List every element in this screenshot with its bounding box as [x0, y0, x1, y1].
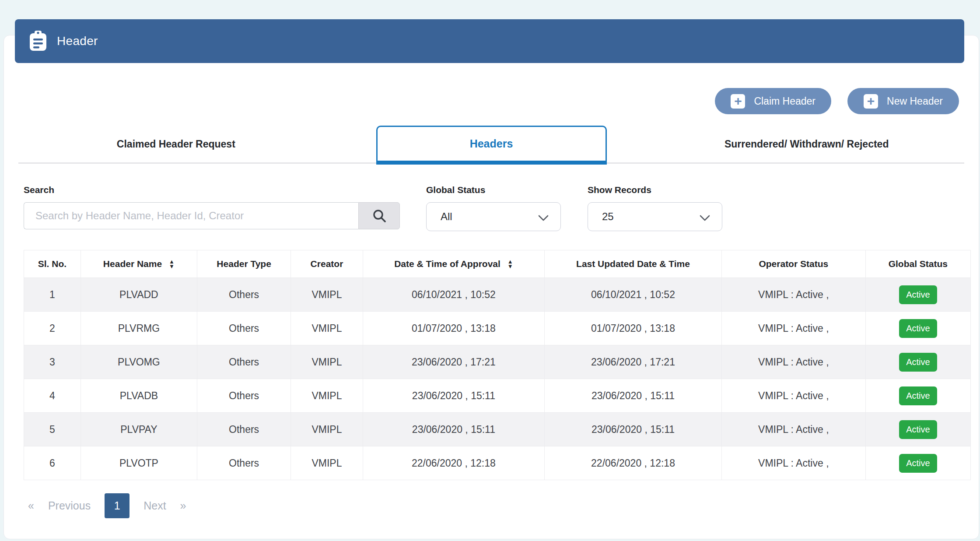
sort-icon[interactable]: ▲▼	[508, 259, 513, 269]
cell-header-type: Others	[197, 413, 291, 446]
clipboard-icon	[29, 31, 47, 52]
cell-header-name: PLVOTP	[80, 446, 197, 480]
tab-surrendered-withdrawn-rejected[interactable]: Surrendered/ Withdrawn/ Rejected	[649, 126, 964, 162]
show-records-select[interactable]: 25	[588, 202, 722, 231]
cell-global-status: Active	[865, 413, 970, 446]
tab-label: Headers	[470, 137, 513, 150]
table-row: 6 PLVOTP Others VMIPL 22/06/2020 , 12:18…	[24, 446, 971, 480]
cell-operator-status: VMIPL : Active ,	[721, 446, 865, 480]
col-label: Header Name	[103, 259, 162, 269]
tab-label: Claimed Header Request	[117, 138, 235, 150]
col-last-updated: Last Updated Date & Time	[545, 250, 722, 278]
cell-header-name: PLVRMG	[80, 312, 197, 345]
col-approval-date[interactable]: Date & Time of Approval ▲▼	[363, 250, 544, 278]
cell-operator-status: VMIPL : Active ,	[721, 379, 865, 413]
cell-sl-no: 2	[24, 312, 81, 345]
cell-last-updated: 23/06/2020 , 15:11	[545, 379, 722, 413]
chevron-down-icon	[699, 212, 710, 225]
cell-header-type: Others	[197, 312, 291, 345]
table-row: 3 PLVOMG Others VMIPL 23/06/2020 , 17:21…	[24, 345, 971, 379]
cell-creator: VMIPL	[291, 312, 363, 345]
new-header-button[interactable]: + New Header	[847, 88, 959, 114]
table-row: 1 PLVADD Others VMIPL 06/10/2021 , 10:52…	[24, 278, 971, 312]
global-status-select[interactable]: All	[426, 202, 561, 231]
previous-arrow[interactable]: «	[28, 499, 34, 512]
status-badge: Active	[899, 386, 937, 405]
cell-operator-status: VMIPL : Active ,	[721, 312, 865, 345]
cell-creator: VMIPL	[291, 446, 363, 480]
table-row: 2 PLVRMG Others VMIPL 01/07/2020 , 13:18…	[24, 312, 971, 345]
pagination: « Previous 1 Next »	[28, 493, 979, 518]
cell-creator: VMIPL	[291, 379, 363, 413]
global-status-group: Global Status All	[426, 185, 561, 231]
cell-global-status: Active	[865, 345, 970, 379]
page-title: Header	[57, 34, 98, 48]
cell-creator: VMIPL	[291, 278, 363, 312]
cell-last-updated: 23/06/2020 , 15:11	[545, 413, 722, 446]
chevron-down-icon	[538, 212, 549, 225]
status-badge: Active	[899, 319, 937, 338]
table-header-row: Sl. No. Header Name ▲▼ Header Type Creat…	[24, 250, 971, 278]
next-arrow[interactable]: »	[180, 499, 186, 512]
tab-label: Surrendered/ Withdrawn/ Rejected	[724, 138, 889, 150]
cell-approval-date: 23/06/2020 , 17:21	[363, 345, 544, 379]
page-title-bar: Header	[15, 19, 964, 63]
col-operator-status: Operator Status	[721, 250, 865, 278]
plus-icon: +	[731, 94, 745, 109]
cell-last-updated: 22/06/2020 , 12:18	[545, 446, 722, 480]
col-sl-no: Sl. No.	[24, 250, 81, 278]
status-badge: Active	[899, 454, 937, 473]
col-label: Date & Time of Approval	[394, 259, 500, 269]
cell-header-type: Others	[197, 278, 291, 312]
cell-header-name: PLVADB	[80, 379, 197, 413]
cell-sl-no: 3	[24, 345, 81, 379]
search-button[interactable]	[358, 202, 400, 229]
cell-header-name: PLVOMG	[80, 345, 197, 379]
cell-approval-date: 23/06/2020 , 15:11	[363, 413, 544, 446]
cell-global-status: Active	[865, 278, 970, 312]
cell-approval-date: 22/06/2020 , 12:18	[363, 446, 544, 480]
cell-global-status: Active	[865, 446, 970, 480]
previous-button[interactable]: Previous	[48, 499, 91, 512]
col-global-status: Global Status	[865, 250, 970, 278]
next-button[interactable]: Next	[144, 499, 166, 512]
sort-icon[interactable]: ▲▼	[169, 259, 175, 269]
col-header-type: Header Type	[197, 250, 291, 278]
search-input[interactable]	[24, 202, 358, 229]
cell-operator-status: VMIPL : Active ,	[721, 413, 865, 446]
cell-creator: VMIPL	[291, 413, 363, 446]
status-badge: Active	[899, 353, 937, 372]
global-status-label: Global Status	[426, 185, 561, 195]
cell-operator-status: VMIPL : Active ,	[721, 278, 865, 312]
cell-header-type: Others	[197, 446, 291, 480]
headers-table: Sl. No. Header Name ▲▼ Header Type Creat…	[24, 250, 971, 480]
cell-approval-date: 06/10/2021 , 10:52	[363, 278, 544, 312]
show-records-group: Show Records 25	[588, 185, 722, 231]
search-label: Search	[24, 185, 400, 195]
claim-header-button[interactable]: + Claim Header	[715, 88, 831, 114]
cell-sl-no: 6	[24, 446, 81, 480]
table-body: 1 PLVADD Others VMIPL 06/10/2021 , 10:52…	[24, 278, 971, 480]
cell-global-status: Active	[865, 379, 970, 413]
status-badge: Active	[899, 285, 937, 304]
cell-approval-date: 01/07/2020 , 13:18	[363, 312, 544, 345]
page-1-button[interactable]: 1	[105, 493, 130, 518]
cell-last-updated: 01/07/2020 , 13:18	[545, 312, 722, 345]
cell-sl-no: 1	[24, 278, 81, 312]
status-badge: Active	[899, 420, 937, 439]
cell-header-name: PLVADD	[80, 278, 197, 312]
col-header-name[interactable]: Header Name ▲▼	[80, 250, 197, 278]
cell-header-type: Others	[197, 345, 291, 379]
tab-claimed-header-request[interactable]: Claimed Header Request	[18, 126, 334, 162]
cell-global-status: Active	[865, 312, 970, 345]
tab-headers[interactable]: Headers	[334, 126, 649, 162]
cell-header-type: Others	[197, 379, 291, 413]
content-card: Header + Claim Header + New Header Claim…	[4, 35, 979, 539]
filters-row: Search Global Status All	[24, 185, 962, 231]
table-row: 4 PLVADB Others VMIPL 23/06/2020 , 15:11…	[24, 379, 971, 413]
global-status-value: All	[441, 211, 452, 223]
claim-header-button-label: Claim Header	[754, 95, 816, 107]
cell-sl-no: 4	[24, 379, 81, 413]
cell-approval-date: 23/06/2020 , 15:11	[363, 379, 544, 413]
cell-creator: VMIPL	[291, 345, 363, 379]
